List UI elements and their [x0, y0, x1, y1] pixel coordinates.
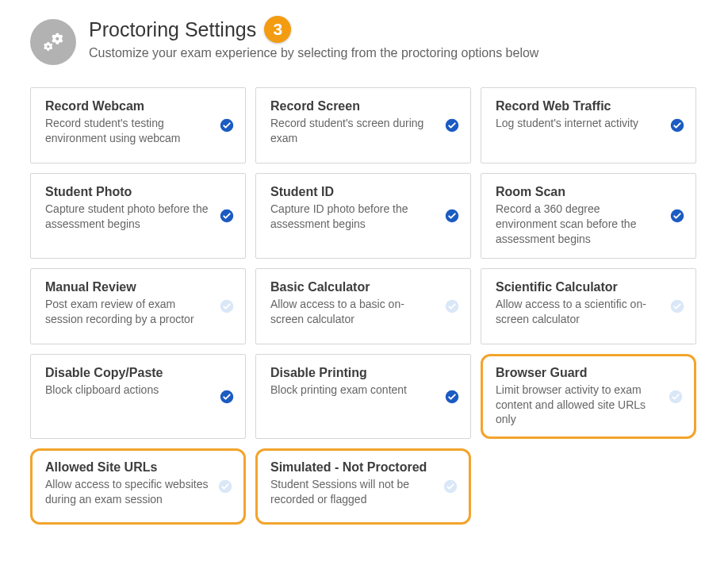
option-description: Allow access to specific websites during…: [45, 477, 210, 507]
option-card-record-webcam[interactable]: Record WebcamRecord student's testing en…: [30, 87, 246, 163]
step-badge: 3: [264, 16, 291, 43]
option-description: Block printing exam content: [270, 383, 435, 398]
option-card-record-web-traffic[interactable]: Record Web TrafficLog student's internet…: [481, 87, 696, 163]
check-circle-outline-icon[interactable]: [670, 299, 684, 313]
header-text: Proctoring Settings 3 Customize your exa…: [89, 16, 538, 60]
option-title: Disable Printing: [270, 366, 435, 380]
gears-icon: [30, 19, 76, 65]
check-circle-icon[interactable]: [670, 118, 684, 133]
check-circle-icon[interactable]: [220, 209, 234, 223]
check-circle-outline-icon[interactable]: [218, 479, 232, 494]
option-card-disable-copy-paste[interactable]: Disable Copy/PasteBlock clipboard action…: [30, 354, 246, 440]
option-description: Student Sessions will not be recorded or…: [270, 477, 435, 507]
page-subtitle: Customize your exam experience by select…: [89, 46, 538, 60]
option-description: Allow access to a basic on-screen calcul…: [270, 297, 435, 327]
option-title: Student ID: [270, 185, 435, 199]
options-grid: Record WebcamRecord student's testing en…: [30, 87, 698, 525]
check-circle-icon[interactable]: [220, 118, 234, 133]
option-card-basic-calculator[interactable]: Basic CalculatorAllow access to a basic …: [255, 268, 471, 344]
check-circle-icon[interactable]: [445, 390, 459, 404]
option-card-record-screen[interactable]: Record ScreenRecord student's screen dur…: [255, 87, 471, 163]
check-circle-icon[interactable]: [445, 209, 459, 223]
option-description: Limit browser activity to exam content a…: [496, 383, 661, 428]
check-circle-icon[interactable]: [220, 390, 234, 404]
option-title: Student Photo: [45, 185, 210, 199]
page-header: Proctoring Settings 3 Customize your exa…: [30, 16, 698, 65]
option-card-student-photo[interactable]: Student PhotoCapture student photo befor…: [30, 173, 246, 259]
option-description: Record a 360 degree environment scan bef…: [496, 202, 661, 247]
option-card-allowed-site-urls[interactable]: Allowed Site URLsAllow access to specifi…: [30, 448, 246, 525]
option-description: Post exam review of exam session recordi…: [45, 297, 210, 327]
option-title: Record Web Traffic: [496, 99, 661, 113]
option-card-simulated-not-proctored[interactable]: Simulated - Not ProctoredStudent Session…: [255, 448, 471, 525]
option-title: Browser Guard: [496, 366, 661, 380]
option-title: Manual Review: [45, 280, 210, 294]
check-circle-outline-icon[interactable]: [445, 299, 459, 313]
option-card-manual-review[interactable]: Manual ReviewPost exam review of exam se…: [30, 268, 246, 344]
option-title: Room Scan: [496, 185, 661, 199]
check-circle-icon[interactable]: [445, 118, 459, 133]
option-description: Allow access to a scientific on-screen c…: [496, 297, 661, 327]
option-card-room-scan[interactable]: Room ScanRecord a 360 degree environment…: [481, 173, 696, 259]
option-title: Record Webcam: [45, 99, 210, 113]
option-title: Simulated - Not Proctored: [270, 460, 435, 475]
page-title: Proctoring Settings: [89, 18, 256, 41]
option-card-browser-guard[interactable]: Browser GuardLimit browser activity to e…: [481, 354, 696, 440]
option-title: Record Screen: [270, 99, 435, 113]
option-card-scientific-calculator[interactable]: Scientific CalculatorAllow access to a s…: [481, 268, 696, 344]
option-title: Allowed Site URLs: [45, 460, 210, 475]
check-circle-outline-icon[interactable]: [220, 299, 234, 313]
option-card-disable-printing[interactable]: Disable PrintingBlock printing exam cont…: [255, 354, 471, 440]
option-description: Record student's screen during exam: [270, 116, 435, 146]
option-description: Record student's testing environment usi…: [45, 116, 210, 146]
option-card-student-id[interactable]: Student IDCapture ID photo before the as…: [255, 173, 471, 259]
check-circle-outline-icon[interactable]: [443, 479, 458, 494]
option-description: Capture ID photo before the assessment b…: [270, 202, 435, 232]
option-title: Disable Copy/Paste: [45, 366, 210, 380]
check-circle-outline-icon[interactable]: [669, 390, 683, 404]
option-description: Capture student photo before the assessm…: [45, 202, 210, 232]
header-title-row: Proctoring Settings 3: [89, 16, 538, 43]
check-circle-icon[interactable]: [670, 209, 684, 223]
option-description: Block clipboard actions: [45, 383, 210, 398]
option-title: Scientific Calculator: [496, 280, 661, 294]
option-description: Log student's internet activity: [496, 116, 661, 131]
option-title: Basic Calculator: [270, 280, 435, 294]
